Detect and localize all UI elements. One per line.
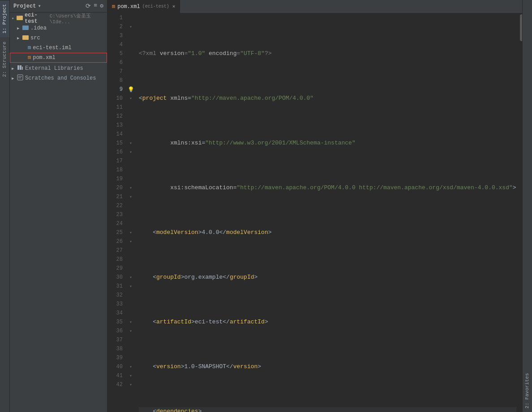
line-num-10: 10 xyxy=(107,94,123,103)
gutter-21[interactable]: ▾ xyxy=(126,192,135,201)
gutter-15[interactable]: ▾ xyxy=(126,139,135,148)
favorites-tab[interactable]: 2: Favorites xyxy=(523,370,532,412)
gutter-10[interactable]: ▾ xyxy=(126,94,135,103)
fold-icon-26[interactable]: ▾ xyxy=(129,239,132,244)
line-num-16: 16 xyxy=(107,148,123,157)
bulb-icon[interactable]: 💡 xyxy=(128,86,134,93)
tree-item-pom-xml[interactable]: m pom.xml xyxy=(10,53,107,63)
tree-path-eci-test: C:\Users\金圣玉\Ide... xyxy=(50,13,105,25)
gutter-30[interactable]: ▾ xyxy=(126,273,135,282)
line-num-3: 3 xyxy=(107,31,123,40)
code-line-4: xsi:schemaLocation="http://maven.apache.… xyxy=(139,183,516,192)
fold-icon-41[interactable]: ▾ xyxy=(129,373,132,378)
svg-rect-3 xyxy=(22,35,29,40)
line-num-22: 22 xyxy=(107,201,123,210)
fold-icon-36[interactable]: ▾ xyxy=(129,328,132,334)
editor-tab-bar: m pom.xml (eci-test) × xyxy=(107,0,522,13)
gutter-16[interactable]: ▾ xyxy=(126,148,135,157)
fold-icon-30[interactable]: ▾ xyxy=(129,275,132,280)
folder-icon xyxy=(17,14,23,22)
code-line-3: xmlns:xsi="http://www.w3.org/2001/XMLSch… xyxy=(139,139,516,148)
structure-tab[interactable]: 2: Structure xyxy=(0,38,9,81)
tree-item-scratches[interactable]: ▶ Scratches and Consoles xyxy=(10,73,107,83)
gutter-36[interactable]: ▾ xyxy=(126,327,135,336)
project-tab[interactable]: 1: Project xyxy=(0,0,9,37)
gutter-41[interactable]: ▾ xyxy=(126,371,135,380)
expand-arrow-icon-src: ▶ xyxy=(17,36,21,41)
tree-item-src-folder[interactable]: ▶ src xyxy=(10,33,107,43)
tree-label-src: src xyxy=(30,35,40,41)
svg-rect-1 xyxy=(17,16,19,17)
tree-item-external-libraries[interactable]: ▶ External Libraries xyxy=(10,64,107,73)
tab-pom-xml[interactable]: m pom.xml (eci-test) × xyxy=(107,0,180,13)
line-num-19: 19 xyxy=(107,174,123,183)
svg-rect-5 xyxy=(20,65,21,70)
fold-icon-25[interactable]: ▾ xyxy=(129,230,132,235)
settings-icon[interactable]: ⚙ xyxy=(100,2,103,10)
line-num-12: 12 xyxy=(107,112,123,121)
scratches-icon xyxy=(17,74,23,82)
expand-arrow-ext-libs: ▶ xyxy=(12,66,16,71)
project-panel-header: Project ▾ ⟳ ≡ ⚙ xyxy=(10,0,107,13)
scrollbar-thumb[interactable] xyxy=(520,14,522,41)
fold-icon-20[interactable]: ▾ xyxy=(129,185,132,191)
line-num-32: 32 xyxy=(107,291,123,300)
line-num-42: 42 xyxy=(107,380,123,389)
gutter-25[interactable]: ▾ xyxy=(126,228,135,237)
fold-icon-16[interactable]: ▾ xyxy=(129,149,132,155)
line-num-24: 24 xyxy=(107,219,123,228)
svg-rect-4 xyxy=(17,65,19,70)
line-num-23: 23 xyxy=(107,210,123,219)
tree-item-eci-test-iml[interactable]: m eci-test.iml xyxy=(10,43,107,53)
line-num-27: 27 xyxy=(107,246,123,255)
line-num-17: 17 xyxy=(107,157,123,166)
gutter-42[interactable]: ▾ xyxy=(126,380,135,389)
line-num-2: 2 xyxy=(107,22,123,31)
line-num-11: 11 xyxy=(107,103,123,112)
code-line-2: <project xmlns="http://maven.apache.org/… xyxy=(139,94,516,103)
line-numbers: 1 2 3 4 5 6 7 8 9 10 11 12 13 14 15 16 1… xyxy=(107,13,126,412)
collapse-icon[interactable]: ≡ xyxy=(94,2,97,10)
line-num-5: 5 xyxy=(107,49,123,58)
tree-label-eci-test-iml: eci-test.iml xyxy=(33,45,71,51)
svg-rect-6 xyxy=(22,67,23,70)
tree-label-eci-test: eci-test xyxy=(25,13,48,25)
ext-libs-icon xyxy=(17,64,23,72)
line-num-25: 25 xyxy=(107,228,123,237)
tree-label-external-libraries: External Libraries xyxy=(25,65,83,72)
line-num-29: 29 xyxy=(107,264,123,273)
line-num-28: 28 xyxy=(107,255,123,264)
gutter-9[interactable]: 💡 xyxy=(126,85,135,94)
line-num-40: 40 xyxy=(107,362,123,371)
gutter-31[interactable]: ▾ xyxy=(126,282,135,291)
line-num-31: 31 xyxy=(107,282,123,291)
project-panel-title: Project xyxy=(13,3,36,9)
line-num-9: 9 xyxy=(107,85,123,94)
fold-icon-40[interactable]: ▾ xyxy=(129,364,132,370)
fold-icon-10[interactable]: ▾ xyxy=(129,96,132,101)
tree-label-pom-xml: pom.xml xyxy=(33,55,55,61)
fold-icon-35[interactable]: ▾ xyxy=(129,319,132,325)
gutter-20[interactable]: ▾ xyxy=(126,183,135,192)
tree-item-eci-test-root[interactable]: ▾ eci-test C:\Users\金圣玉\Ide... xyxy=(10,13,107,23)
gutter-2[interactable]: ▾ xyxy=(126,22,135,31)
line-num-35: 35 xyxy=(107,318,123,327)
gutter-26[interactable]: ▾ xyxy=(126,237,135,246)
fold-icon-15[interactable]: ▾ xyxy=(129,140,132,146)
fold-icon-21[interactable]: ▾ xyxy=(129,194,132,200)
tab-subtitle: (eci-test) xyxy=(142,4,169,9)
code-content: <?xml version="1.0" encoding="UTF-8"?> <… xyxy=(135,13,520,412)
fold-icon-42[interactable]: ▾ xyxy=(129,382,132,387)
gutter-35[interactable]: ▾ xyxy=(126,318,135,327)
fold-icon-31[interactable]: ▾ xyxy=(129,284,132,289)
sync-icon[interactable]: ⟳ xyxy=(86,2,91,10)
line-num-15: 15 xyxy=(107,139,123,148)
code-line-6: <groupId>org.example</groupId> xyxy=(139,273,516,282)
dropdown-arrow-icon[interactable]: ▾ xyxy=(38,3,41,9)
tab-close-icon[interactable]: × xyxy=(172,4,176,9)
fold-icon-2[interactable]: ▾ xyxy=(129,24,132,30)
gutter-40[interactable]: ▾ xyxy=(126,362,135,371)
code-line-8: <version>1.0-SNAPSHOT</version> xyxy=(139,362,516,371)
tree-item-idea-folder[interactable]: ▶ .idea xyxy=(10,23,107,33)
right-tab-strip: 2: Favorites xyxy=(522,0,532,412)
